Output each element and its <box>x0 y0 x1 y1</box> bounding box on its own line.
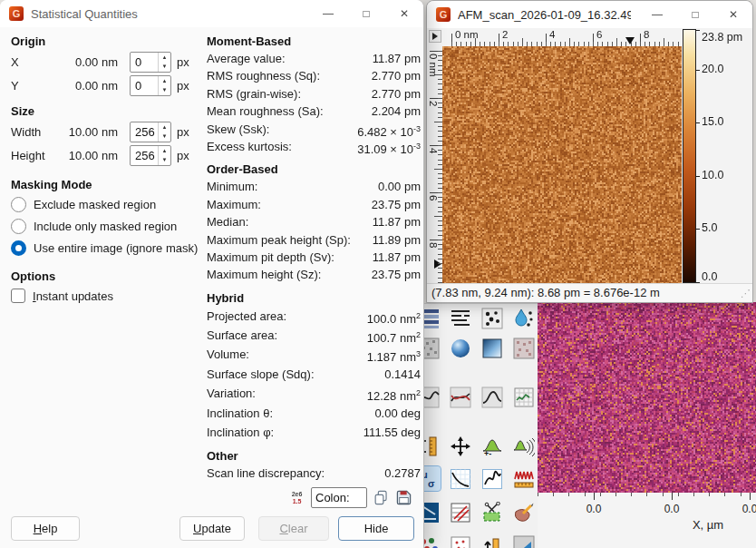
spin-down-icon[interactable]: ▼ <box>159 85 170 95</box>
origin-y-input[interactable] <box>131 76 158 95</box>
stat-row: Scan line discrepancy:0.2787 <box>207 465 421 482</box>
minimize-button[interactable]: — <box>638 1 676 28</box>
graph-tick-label: 0.0 <box>664 503 680 515</box>
mask-pencil-tool-icon[interactable] <box>511 500 536 524</box>
radio-exclude-masked[interactable]: Exclude masked region <box>11 193 203 215</box>
ruler-major-tick <box>430 240 442 240</box>
curve-s-tool-icon[interactable] <box>480 385 504 409</box>
origin-x-spinbox[interactable]: ▲▼ <box>130 52 171 73</box>
remove-drops-tool-icon[interactable] <box>511 306 536 330</box>
ruler-label: 0 nm <box>455 29 479 40</box>
ruler-label: 4 <box>428 148 439 153</box>
align-rows-tool-icon[interactable] <box>448 306 472 330</box>
stat-row: Inclination φ:111.55 deg <box>207 423 421 442</box>
close-button[interactable]: ✕ <box>714 1 752 28</box>
ruler-label: 6 <box>596 29 602 40</box>
section-title: Moment-Based <box>207 33 421 50</box>
spin-down-icon[interactable]: ▼ <box>159 62 170 72</box>
radio-selected-icon[interactable] <box>11 240 26 256</box>
save-icon[interactable] <box>395 489 412 506</box>
ruler-major-tick <box>430 98 442 99</box>
box-dots-tool-icon[interactable] <box>448 533 472 548</box>
origin-heading: Origin <box>11 33 203 50</box>
colorbar-tick <box>696 122 700 123</box>
height-input[interactable] <box>131 146 158 165</box>
radio-icon[interactable] <box>11 197 26 212</box>
texture-pink-tool-icon[interactable] <box>511 336 536 360</box>
graph-window[interactable]: 0.00.00.0 X, µm <box>538 302 756 548</box>
origin-x-input[interactable] <box>131 53 158 72</box>
resize-grip[interactable]: ⋰ <box>741 284 751 302</box>
spin-down-icon[interactable]: ▼ <box>159 132 170 142</box>
distance-cross-tool-icon[interactable] <box>448 434 472 458</box>
section-title: Hybrid <box>207 289 421 307</box>
clear-button[interactable]: Clear <box>258 516 329 541</box>
masking-mode-heading: Masking Mode <box>11 176 203 193</box>
svg-text:σ: σ <box>428 478 435 489</box>
h-ruler-position-marker <box>625 37 635 44</box>
grain-bell-tool-icon[interactable]: +- <box>480 434 504 458</box>
roughness-spring-tool-icon[interactable] <box>511 466 536 491</box>
graph-box-tool-icon[interactable] <box>448 466 472 491</box>
grid-report-tool-icon[interactable] <box>511 385 536 409</box>
parameters-column: Origin X 0.00 nm ▲▼ px Y 0.00 nm ▲▼ px <box>11 27 203 307</box>
help-button[interactable]: Help <box>11 516 80 541</box>
gwyddion-app-icon: G <box>9 6 24 21</box>
checker-blue-tool-icon[interactable] <box>511 533 536 548</box>
width-spinbox[interactable]: ▲▼ <box>130 122 171 142</box>
hide-button[interactable]: Hide <box>338 516 414 541</box>
dialog-titlebar[interactable]: G Statistical Quantities — □ ✕ <box>0 0 423 27</box>
size-width-row: Width 10.00 nm ▲▼ px <box>11 120 203 143</box>
result-format-row: 2e6 1.5 <box>288 487 412 508</box>
afm-window: G AFM_scan_2026-01-09_16.32.49, 0... — □… <box>426 0 753 303</box>
spin-down-icon[interactable]: ▼ <box>159 155 170 165</box>
spin-up-icon[interactable]: ▲ <box>159 146 170 156</box>
corner-arrow-icon <box>432 33 438 40</box>
radio-include-masked[interactable]: Include only masked region <box>11 215 203 237</box>
height-spinbox[interactable]: ▲▼ <box>130 145 171 166</box>
radio-icon[interactable] <box>11 219 26 234</box>
graph-image[interactable] <box>538 302 756 493</box>
maximize-button[interactable]: □ <box>347 0 385 27</box>
number-format-icon[interactable]: 2e6 1.5 <box>288 489 305 506</box>
desktop: 0.00.00.0 X, µm +-μσ G AFM_scan_2026-01-… <box>0 0 756 548</box>
close-button[interactable]: ✕ <box>385 0 423 27</box>
checkbox-icon[interactable] <box>11 289 25 303</box>
width-input[interactable] <box>131 122 158 142</box>
colorbar-tick <box>696 30 700 31</box>
size-heading: Size <box>11 103 203 120</box>
gradient-view-tool-icon[interactable] <box>480 336 504 360</box>
minimize-button[interactable]: — <box>309 0 347 27</box>
afm-titlebar[interactable]: G AFM_scan_2026-01-09_16.32.49, 0... — □… <box>427 1 752 28</box>
slope-red-tool-icon[interactable] <box>448 500 472 524</box>
ruler-major-tick <box>593 34 594 46</box>
copy-icon[interactable] <box>373 489 390 506</box>
graph-major-tick <box>594 493 595 500</box>
colorbar-tick <box>696 70 700 71</box>
crop-scissors-tool-icon[interactable] <box>480 500 504 524</box>
instant-updates-checkbox-row[interactable]: Instant updates <box>11 285 203 307</box>
curve-two-tool-icon[interactable] <box>448 385 472 409</box>
graph-tick-label: 0.0 <box>586 503 602 515</box>
ruler-corner-button[interactable] <box>429 30 441 43</box>
spin-up-icon[interactable]: ▲ <box>159 122 170 132</box>
sphere-view-tool-icon[interactable] <box>448 336 472 360</box>
ruler-major-tick <box>430 192 442 193</box>
arrow-bar-tool-icon[interactable] <box>480 533 504 548</box>
colorbar-label: 15.0 <box>702 115 723 128</box>
separator-entry[interactable] <box>311 487 367 508</box>
afm-scan-image[interactable] <box>442 46 682 283</box>
radio-entire-image[interactable]: Use entire image (ignore mask) <box>11 237 203 259</box>
origin-y-spinbox[interactable]: ▲▼ <box>130 75 171 96</box>
color-scale-bar <box>683 29 696 283</box>
spin-up-icon[interactable]: ▲ <box>159 76 170 86</box>
ruler-label: 0 nm <box>428 54 439 77</box>
maximize-button[interactable]: □ <box>676 1 714 28</box>
remove-spots-tool-icon[interactable] <box>480 306 504 330</box>
update-button[interactable]: Update <box>179 516 245 541</box>
grain-waves-tool-icon[interactable] <box>511 434 536 458</box>
spin-up-icon[interactable]: ▲ <box>159 53 170 63</box>
profile-box-tool-icon[interactable] <box>480 466 504 491</box>
gwyddion-app-icon: G <box>436 7 451 22</box>
stat-row: Mean roughness (Sa):2.204 pm <box>207 103 421 120</box>
